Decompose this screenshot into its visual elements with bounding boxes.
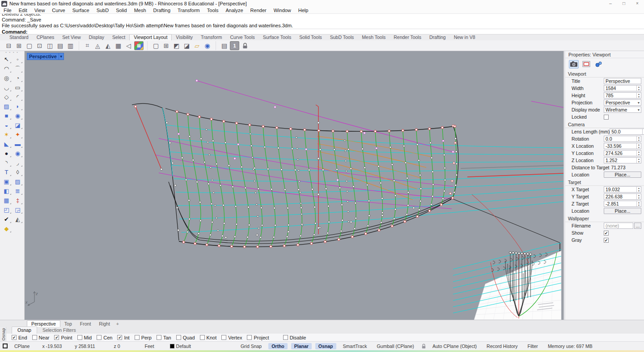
status-toggle-auto-cplane-object[interactable]: Auto CPlane (Object) (429, 343, 480, 349)
interpolate-curve-icon[interactable]: ⌒ (12, 64, 23, 73)
toolbar-tab-transform[interactable]: Transform (197, 34, 226, 40)
menu-view[interactable]: View (31, 7, 49, 14)
x-location-field[interactable]: -33.596▲▼ (604, 143, 641, 149)
toolbar-grip[interactable]: • • • • (0, 51, 24, 55)
toolbar-tab-new-in-v8[interactable]: New in V8 (450, 34, 479, 40)
perp-checkbox[interactable] (135, 335, 140, 340)
pan-view-icon[interactable]: ◩ (172, 41, 181, 50)
target-x-target-control[interactable]: 19.032▲▼ (604, 186, 641, 193)
spinner-control[interactable]: ▲▼ (636, 150, 641, 156)
osnap-side-tab[interactable]: Osnap (0, 327, 6, 341)
select-arrow-icon[interactable]: ↖ (1, 55, 12, 64)
show-checkbox[interactable]: ✔ (604, 231, 609, 236)
osnap-option-vertex[interactable]: Vertex (221, 335, 242, 340)
projection-field[interactable]: Perspective▼ (604, 99, 641, 106)
viewport-canvas[interactable]: zx (25, 51, 564, 320)
toolbar-tab-visibility[interactable]: Visibility (172, 34, 197, 40)
viewport-title-menu-icon[interactable]: ▼ (59, 53, 64, 60)
viewport-height-control[interactable]: 785▲▼ (604, 92, 641, 99)
menu-window[interactable]: Window (270, 7, 295, 14)
osnap-option-disable[interactable]: Disable (283, 335, 306, 340)
gray-checkbox[interactable]: ✔ (604, 238, 609, 243)
menu-file[interactable]: File (0, 7, 15, 14)
viewport-target-icon[interactable]: ⊡ (35, 41, 44, 50)
spinner-control[interactable]: ▲▼ (636, 187, 641, 192)
osnap-option-perp[interactable]: Perp (135, 335, 152, 340)
viewport-locked-control[interactable] (604, 115, 641, 120)
split-vertical-icon[interactable]: ▥ (66, 41, 75, 50)
status-toggle-gumball-cplane[interactable]: Gumball (CPlane) (373, 343, 417, 349)
camera-rotation-control[interactable]: 0.0▲▼ (604, 136, 641, 142)
cplane-grid-icon[interactable]: ▦ (114, 41, 123, 50)
end-checkbox[interactable]: ✔ (12, 335, 17, 340)
viewport-tab-perspective[interactable]: Perspective (27, 320, 60, 327)
status-toggle-grid-snap[interactable]: Grid Snap (237, 343, 265, 349)
status-field-x-19-503[interactable]: x -19.503 (42, 343, 62, 349)
menu-help[interactable]: Help (295, 7, 312, 14)
add-viewport-icon[interactable]: + (114, 321, 121, 327)
lock-viewport-icon[interactable] (240, 41, 250, 50)
osnap-option-end[interactable]: ✔End (12, 335, 27, 340)
spin-down-icon[interactable]: ▼ (637, 153, 641, 156)
title-field[interactable]: Perspective (604, 78, 641, 84)
spinner-control[interactable]: ▲▼ (636, 201, 641, 206)
fillet-curve-icon[interactable]: ◝ (1, 158, 12, 167)
toolbar-tab-render-tools[interactable]: Render Tools (390, 34, 425, 40)
move-surface-icon[interactable]: ◧ (1, 186, 12, 196)
camera-y-location-control[interactable]: 274.526▲▼ (604, 150, 641, 156)
new-floating-viewport-icon[interactable]: ▢ (151, 41, 161, 50)
explode-tool-icon[interactable]: ✶ (1, 130, 12, 139)
spin-down-icon[interactable]: ▼ (637, 139, 641, 142)
camera-widget-icon[interactable]: ◬ (93, 41, 102, 50)
toolbar-tab-drafting[interactable]: Drafting (425, 34, 450, 40)
control-point-curve-icon[interactable]: ◠ (1, 64, 12, 73)
camera-z-location-control[interactable]: 1.252▲▼ (604, 157, 641, 163)
cplane-icon[interactable] (3, 343, 8, 348)
rectangle-tool-icon[interactable]: ▭ (12, 83, 23, 92)
near-checkbox[interactable] (32, 335, 37, 340)
target-z-target-control[interactable]: -2.851▲▼ (604, 201, 641, 207)
fillet-tool-icon[interactable]: ✦ (12, 130, 23, 139)
menu-edit[interactable]: Edit (15, 7, 31, 14)
status-toggle-planar[interactable]: Planar (291, 343, 312, 349)
open-viewport-file-icon[interactable]: ▱ (192, 41, 202, 50)
z-location-field[interactable]: 1.252▲▼ (604, 157, 641, 163)
spin-down-icon[interactable]: ▼ (637, 189, 641, 192)
osnap-option-near[interactable]: Near (32, 335, 50, 340)
trim-tool-icon[interactable]: ◣ (1, 139, 12, 149)
camera-location-control[interactable]: Place... (604, 172, 641, 178)
status-field-cplane[interactable]: CPlane (14, 343, 30, 349)
target-location-control[interactable]: Place... (604, 208, 641, 214)
status-toggle-record-history[interactable]: Record History (483, 343, 521, 349)
osnap-option-int[interactable]: ✔Int (117, 335, 129, 340)
split-viewport-horizontal-icon[interactable]: ⊟ (4, 41, 13, 50)
x-target-field[interactable]: 19.032▲▼ (604, 186, 641, 193)
display-mode-field[interactable]: Wireframe▼ (604, 107, 641, 113)
menu-analyze[interactable]: Analyze (222, 7, 246, 14)
zoom-view-icon[interactable]: ◪ (182, 41, 191, 50)
sphere-tool-icon[interactable]: ◉ (12, 111, 23, 120)
perspective-viewport[interactable]: Perspective ▼ zx (25, 51, 564, 320)
point-checkbox[interactable]: ✔ (54, 335, 59, 340)
polygon-tool-icon[interactable]: ◇ (1, 92, 12, 102)
spin-down-icon[interactable]: ▼ (637, 95, 641, 98)
close-button[interactable]: × (631, 0, 644, 7)
target-y-target-control[interactable]: 226.638▲▼ (604, 193, 641, 200)
viewport-layout-icon[interactable]: ⊞ (161, 41, 171, 50)
surface-from-points-icon[interactable]: ▨ (1, 102, 12, 111)
command-history[interactable]: Deleted 2 objects. Command: _Save File s… (0, 14, 644, 34)
text-tool-icon[interactable]: T (1, 167, 12, 177)
project-checkbox[interactable] (247, 335, 252, 340)
cen-checkbox[interactable] (97, 335, 102, 340)
layer-color-swatch[interactable] (170, 344, 174, 348)
dropdown-chevron-icon[interactable]: ▼ (636, 101, 641, 104)
copy-tool-icon[interactable]: ▣ (1, 177, 12, 186)
int-checkbox[interactable]: ✔ (117, 335, 122, 340)
maximize-viewport-icon[interactable]: ▢ (25, 41, 34, 50)
status-toggle-smarttrack[interactable]: SmartTrack (340, 343, 370, 349)
box-tool-icon[interactable]: ■ (1, 111, 12, 120)
viewport-tab-front[interactable]: Front (76, 321, 95, 327)
osnap-option-quad[interactable]: Quad (176, 335, 195, 340)
menu-tools[interactable]: Tools (203, 7, 222, 14)
array-linear-icon[interactable]: ≣ (12, 186, 23, 196)
